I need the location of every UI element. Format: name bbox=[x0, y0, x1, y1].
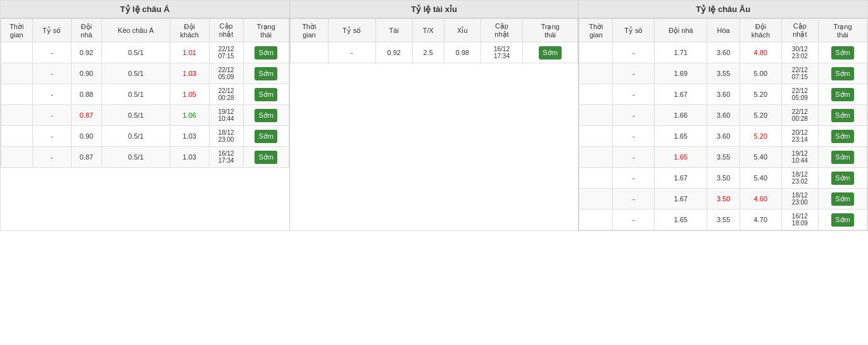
col-trang-thai-au: Trạngthái bbox=[818, 19, 867, 42]
cell-tyso: - bbox=[32, 147, 71, 168]
section-tai-xiu: Tỷ lệ tài xỉu Thờigian Tỷ số Tài T/X Xỉu… bbox=[290, 1, 579, 230]
cell-doi-khach: 1.05 bbox=[170, 84, 210, 105]
cell-tgian bbox=[1, 147, 33, 168]
col-trang-thai-a: Trạngthái bbox=[243, 19, 289, 42]
cell-doi-khach: 5.20 bbox=[739, 105, 781, 126]
cell-trang-thai: Sớm bbox=[243, 84, 289, 105]
cell-trang-thai: Sớm bbox=[818, 126, 867, 147]
cell-tgian bbox=[579, 126, 613, 147]
section-chau-au: Tỷ lệ châu Âu Thờigian Tỷ số Đội nhà Hòa… bbox=[579, 1, 867, 230]
cell-trang-thai: Sớm bbox=[818, 210, 867, 230]
cell-doi-nha: 0.87 bbox=[71, 105, 101, 126]
col-tyso-au: Tỷ số bbox=[613, 19, 655, 42]
cell-hoa: 3.50 bbox=[707, 168, 740, 189]
cell-tgian bbox=[579, 189, 613, 210]
table-chau-au: Thờigian Tỷ số Đội nhà Hòa Độikhách Cậpn… bbox=[579, 18, 867, 230]
cell-cap-nhat: 30/1223:02 bbox=[781, 42, 818, 63]
cell-hoa: 3.55 bbox=[707, 63, 740, 84]
cell-doi-nha: 0.88 bbox=[71, 84, 101, 105]
section-chau-au-header: Tỷ lệ châu Âu bbox=[579, 1, 867, 18]
cell-doi-khach: 5.40 bbox=[739, 168, 781, 189]
cell-doi-nha: 1.66 bbox=[655, 105, 707, 126]
cell-doi-khach: 4.80 bbox=[739, 42, 781, 63]
cell-tgian bbox=[1, 42, 33, 63]
cell-doi-khach: 1.03 bbox=[170, 63, 210, 84]
main-container: Tỷ lệ châu Á Thờigian Tỷ số Độinhà Kèo c… bbox=[0, 0, 868, 231]
cell-tx: 2.5 bbox=[412, 42, 444, 63]
cell-tgian bbox=[579, 210, 613, 230]
cell-cap-nhat: 20/1223:14 bbox=[781, 126, 818, 147]
cell-doi-khach: 5.00 bbox=[739, 63, 781, 84]
cell-keo: 0.5/1 bbox=[101, 42, 170, 63]
cell-tgian bbox=[579, 42, 613, 63]
cell-tgian bbox=[579, 168, 613, 189]
cell-cap-nhat: 18/1223:00 bbox=[209, 126, 243, 147]
cell-doi-nha: 1.71 bbox=[655, 42, 707, 63]
cell-hoa: 3.55 bbox=[707, 210, 740, 230]
cell-hoa: 3.50 bbox=[707, 189, 740, 210]
col-doi-nha-a: Độinhà bbox=[71, 19, 101, 42]
cell-doi-nha: 1.67 bbox=[655, 168, 707, 189]
cell-tyso: - bbox=[613, 210, 655, 230]
cell-tyso: - bbox=[613, 126, 655, 147]
cell-tyso: - bbox=[32, 84, 71, 105]
cell-doi-khach: 4.60 bbox=[739, 189, 781, 210]
cell-doi-khach: 5.20 bbox=[739, 84, 781, 105]
cell-doi-nha: 0.90 bbox=[71, 63, 101, 84]
cell-tgian bbox=[579, 105, 613, 126]
col-tyso-tx: Tỷ số bbox=[328, 19, 375, 42]
cell-cap-nhat: 22/1205:09 bbox=[209, 63, 243, 84]
cell-tyso: - bbox=[32, 126, 71, 147]
cell-doi-khach: 1.03 bbox=[170, 147, 210, 168]
cell-trang-thai: Sớm bbox=[818, 168, 867, 189]
cell-tyso: - bbox=[328, 42, 375, 63]
cell-trang-thai: Sớm bbox=[818, 189, 867, 210]
cell-keo: 0.5/1 bbox=[101, 126, 170, 147]
cell-hoa: 3.60 bbox=[707, 126, 740, 147]
col-tgian-au: Thờigian bbox=[579, 19, 613, 42]
cell-cap-nhat: 22/1207:15 bbox=[781, 63, 818, 84]
cell-cap-nhat: 19/1210:44 bbox=[209, 105, 243, 126]
cell-trang-thai: Sớm bbox=[243, 42, 289, 63]
cell-doi-khach: 4.70 bbox=[739, 210, 781, 230]
cell-hoa: 3.60 bbox=[707, 42, 740, 63]
col-hoa-au: Hòa bbox=[707, 19, 740, 42]
cell-trang-thai: Sớm bbox=[818, 42, 867, 63]
cell-cap-nhat: 16/1217:34 bbox=[209, 147, 243, 168]
cell-tgian bbox=[1, 105, 33, 126]
table-tai-xiu: Thờigian Tỷ số Tài T/X Xỉu Cậpnhật Trạng… bbox=[290, 18, 579, 63]
cell-doi-nha: 1.65 bbox=[655, 210, 707, 230]
cell-keo: 0.5/1 bbox=[101, 84, 170, 105]
cell-tyso: - bbox=[613, 147, 655, 168]
cell-doi-nha: 0.90 bbox=[71, 126, 101, 147]
cell-trang-thai: Sớm bbox=[818, 105, 867, 126]
cell-cap-nhat: 18/1223:02 bbox=[781, 168, 818, 189]
cell-doi-nha: 1.65 bbox=[655, 147, 707, 168]
cell-doi-nha: 1.67 bbox=[655, 189, 707, 210]
cell-cap-nhat: 19/1210:44 bbox=[781, 147, 818, 168]
col-cap-nhat-au: Cậpnhật bbox=[781, 19, 818, 42]
cell-cap-nhat: 22/1200:28 bbox=[781, 105, 818, 126]
col-tai-tx: Tài bbox=[375, 19, 412, 42]
cell-trang-thai: Sớm bbox=[243, 147, 289, 168]
cell-doi-nha: 1.67 bbox=[655, 84, 707, 105]
cell-tyso: - bbox=[613, 168, 655, 189]
cell-doi-khach: 5.20 bbox=[739, 126, 781, 147]
cell-trang-thai: Sớm bbox=[243, 63, 289, 84]
cell-trang-thai: Sớm bbox=[243, 105, 289, 126]
cell-tyso: - bbox=[613, 84, 655, 105]
cell-trang-thai: Sớm bbox=[818, 84, 867, 105]
cell-trang-thai: Sớm bbox=[818, 63, 867, 84]
cell-doi-khach: 1.03 bbox=[170, 126, 210, 147]
col-tgian-a: Thờigian bbox=[1, 19, 33, 42]
col-tgian-tx: Thờigian bbox=[290, 19, 328, 42]
table-chau-a: Thờigian Tỷ số Độinhà Kèo châu Á Độikhác… bbox=[1, 18, 289, 168]
cell-tyso: - bbox=[613, 105, 655, 126]
cell-trang-thai: Sớm bbox=[243, 126, 289, 147]
section-chau-a: Tỷ lệ châu Á Thờigian Tỷ số Độinhà Kèo c… bbox=[1, 1, 290, 230]
cell-xiu: 0.98 bbox=[444, 42, 481, 63]
col-keo-a: Kèo châu Á bbox=[101, 19, 170, 42]
cell-keo: 0.5/1 bbox=[101, 105, 170, 126]
cell-cap-nhat: 18/1223:00 bbox=[781, 189, 818, 210]
col-cap-nhat-tx: Cậpnhật bbox=[481, 19, 523, 42]
